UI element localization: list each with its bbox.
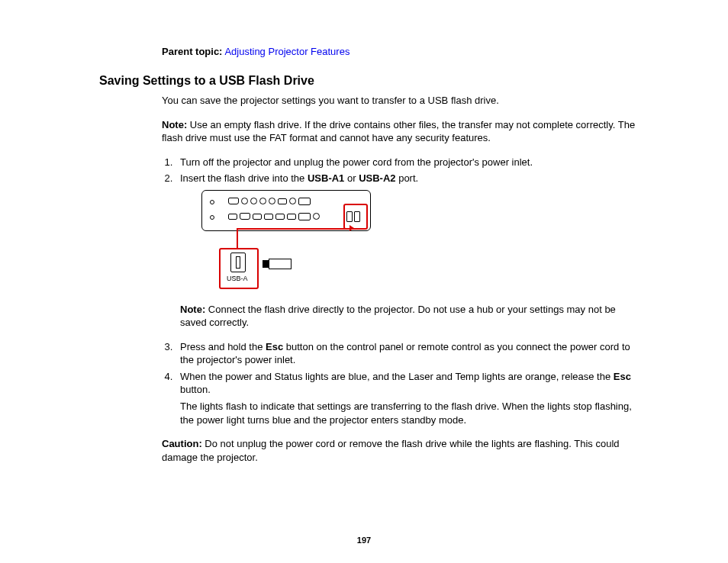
step-2: Insert the flash drive into the USB-A1 o… bbox=[176, 172, 644, 330]
flash-drive-icon bbox=[263, 259, 292, 269]
step-3-bold: Esc bbox=[266, 341, 283, 352]
usb-port-label: USB-A bbox=[227, 274, 248, 283]
note-text: Use an empty flash drive. If the drive c… bbox=[162, 119, 635, 144]
caution-text: Do not unplug the power cord or remove t… bbox=[162, 438, 620, 463]
step-2-note-text: Connect the flash drive directly to the … bbox=[180, 304, 616, 329]
parent-topic-link[interactable]: Adjusting Projector Features bbox=[224, 46, 350, 57]
content-body: You can save the projector settings you … bbox=[162, 94, 644, 145]
note-block: Note: Use an empty flash drive. If the d… bbox=[162, 118, 644, 145]
step-2-note: Note: Connect the flash drive directly t… bbox=[180, 303, 644, 330]
step-2-note-label: Note: bbox=[180, 304, 205, 315]
step-4-body: The lights flash to indicate that settin… bbox=[180, 400, 644, 426]
step-2-text-post: port. bbox=[396, 172, 419, 184]
note-label: Note: bbox=[162, 119, 187, 130]
step-1-text: Turn off the projector and unplug the po… bbox=[180, 156, 533, 168]
step-4-text-pre: When the power and Status lights are blu… bbox=[180, 371, 614, 382]
page-number: 197 bbox=[0, 536, 728, 545]
step-4-bold: Esc bbox=[614, 371, 631, 382]
intro-text: You can save the projector settings you … bbox=[162, 94, 644, 108]
step-3-text-pre: Press and hold the bbox=[180, 341, 266, 352]
step-4: When the power and Status lights are blu… bbox=[176, 370, 644, 426]
usb-ports-highlight-icon bbox=[343, 204, 368, 230]
projector-ports-diagram: USB-A bbox=[201, 190, 385, 289]
callout-line-icon bbox=[237, 228, 238, 249]
parent-topic-label: Parent topic: bbox=[162, 46, 222, 57]
page-title: Saving Settings to a USB Flash Drive bbox=[99, 74, 644, 88]
step-2-text-mid: or bbox=[344, 172, 359, 184]
step-2-bold-1: USB-A1 bbox=[308, 172, 344, 184]
callout-line-icon bbox=[237, 228, 353, 230]
step-3: Press and hold the Esc button on the con… bbox=[176, 340, 644, 367]
step-2-text-pre: Insert the flash drive into the bbox=[180, 172, 308, 184]
parent-topic: Parent topic: Adjusting Projector Featur… bbox=[162, 46, 644, 57]
steps-list: Turn off the projector and unplug the po… bbox=[99, 156, 644, 426]
usb-port-icon bbox=[230, 253, 246, 272]
step-1: Turn off the projector and unplug the po… bbox=[176, 156, 644, 169]
document-page: Parent topic: Adjusting Projector Featur… bbox=[0, 0, 728, 563]
step-4-text-post: button. bbox=[180, 384, 211, 395]
caution-label: Caution: bbox=[162, 438, 202, 449]
step-2-bold-2: USB-A2 bbox=[359, 172, 395, 184]
callout-arrow-icon bbox=[350, 225, 354, 231]
caution-block: Caution: Do not unplug the power cord or… bbox=[162, 437, 644, 464]
